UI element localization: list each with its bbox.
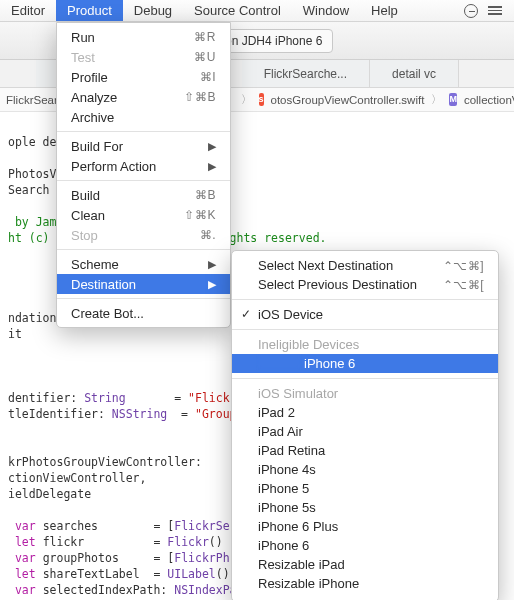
code-type: String <box>84 391 126 405</box>
code-line: ctionViewController, <box>8 471 146 485</box>
product-menu-test: Test⌘U <box>57 47 230 67</box>
code-kw: let <box>15 535 36 549</box>
code-type: FlickrPh <box>174 551 229 565</box>
product-menu-destination[interactable]: Destination▶ <box>57 274 230 294</box>
menu-extras-icon <box>488 6 502 15</box>
code-line: searches = [ <box>36 519 174 533</box>
tab-1[interactable]: FlickrSearche... <box>242 60 370 87</box>
swift-file-icon: s <box>259 93 264 106</box>
destination-resizable-iphone[interactable]: Resizable iPhone <box>232 574 498 593</box>
code-kw: var <box>15 583 36 597</box>
code-line: shareTextLabel = <box>36 567 168 581</box>
product-menu-build-for[interactable]: Build For▶ <box>57 136 230 156</box>
breadcrumb-sep: 〉 <box>238 92 255 107</box>
menu-debug[interactable]: Debug <box>123 0 183 21</box>
destination-heading: iOS Simulator <box>232 384 498 403</box>
code-line: selectedIndexPath: <box>36 583 174 597</box>
product-menu-clean[interactable]: Clean⇧⌘K <box>57 205 230 225</box>
menu-window[interactable]: Window <box>292 0 360 21</box>
product-menu-run[interactable]: Run⌘R <box>57 27 230 47</box>
destination-iphone-6[interactable]: iPhone 6 <box>232 354 498 373</box>
code-type: FlickrSe <box>174 519 229 533</box>
destination-ios-device[interactable]: ✓iOS Device <box>232 305 498 324</box>
code-line: flickr = <box>36 535 168 549</box>
code-str: "Flick <box>188 391 230 405</box>
code-kw: let <box>15 567 36 581</box>
destination-select-previous-destination[interactable]: Select Previous Destination⌃⌥⌘[ <box>232 275 498 294</box>
code-line: dentifier: <box>8 391 84 405</box>
destination-iphone-5[interactable]: iPhone 5 <box>232 479 498 498</box>
menu-editor[interactable]: Editor <box>0 0 56 21</box>
menu-product[interactable]: Product <box>56 0 123 21</box>
breadcrumb-sep2: 〉 <box>428 92 445 107</box>
product-menu-analyze[interactable]: Analyze⇧⌘B <box>57 87 230 107</box>
destination-ipad-air[interactable]: iPad Air <box>232 422 498 441</box>
breadcrumb-symbol: collectionView(_:vie <box>464 94 514 106</box>
menu-source-control[interactable]: Source Control <box>183 0 292 21</box>
destination-resizable-ipad[interactable]: Resizable iPad <box>232 555 498 574</box>
code-line: () <box>216 567 230 581</box>
code-line: it <box>8 327 22 341</box>
breadcrumb-file: otosGroupViewController.swift <box>271 94 425 106</box>
product-menu-build[interactable]: Build⌘B <box>57 185 230 205</box>
sync-icon <box>464 4 478 18</box>
destination-heading: Ineligible Devices <box>232 335 498 354</box>
scheme-destination[interactable]: on JDH4 iPhone 6 <box>214 29 333 53</box>
product-menu-profile[interactable]: Profile⌘I <box>57 67 230 87</box>
product-menu-create-bot-[interactable]: Create Bot... <box>57 303 230 323</box>
menubar: Editor Product Debug Source Control Wind… <box>0 0 514 22</box>
code-line: tleIdentifier: <box>8 407 112 421</box>
destination-submenu: Select Next Destination⌃⌥⌘]Select Previo… <box>231 250 499 600</box>
destination-select-next-destination[interactable]: Select Next Destination⌃⌥⌘] <box>232 256 498 275</box>
code-type: NSString <box>112 407 167 421</box>
method-icon: M <box>449 93 457 106</box>
code-type: Flickr <box>167 535 209 549</box>
destination-iphone-6[interactable]: iPhone 6 <box>232 536 498 555</box>
code-kw: var <box>15 519 36 533</box>
product-menu-scheme[interactable]: Scheme▶ <box>57 254 230 274</box>
code-kw: var <box>15 551 36 565</box>
product-menu: Run⌘RTest⌘UProfile⌘IAnalyze⇧⌘BArchiveBui… <box>56 22 231 328</box>
code-line: ieldDelegate <box>8 487 91 501</box>
redacted-device-name <box>258 356 300 368</box>
code-type: UILabel <box>167 567 215 581</box>
destination-ipad-retina[interactable]: iPad Retina <box>232 441 498 460</box>
menubar-status-icons <box>464 4 502 18</box>
breadcrumb-project: FlickrSearc <box>6 94 64 106</box>
tab-2[interactable]: detail vc <box>370 60 459 87</box>
code-line: groupPhotos = [ <box>36 551 174 565</box>
destination-iphone-5s[interactable]: iPhone 5s <box>232 498 498 517</box>
check-icon: ✓ <box>241 307 251 321</box>
destination-ipad-2[interactable]: iPad 2 <box>232 403 498 422</box>
menu-help[interactable]: Help <box>360 0 409 21</box>
product-menu-archive[interactable]: Archive <box>57 107 230 127</box>
code-line: krPhotosGroupViewController: <box>8 455 202 469</box>
code-line: ndation <box>8 311 56 325</box>
product-menu-perform-action[interactable]: Perform Action▶ <box>57 156 230 176</box>
destination-iphone-6-plus[interactable]: iPhone 6 Plus <box>232 517 498 536</box>
product-menu-stop: Stop⌘. <box>57 225 230 245</box>
code-line: Search <box>8 183 50 197</box>
destination-iphone-4s[interactable]: iPhone 4s <box>232 460 498 479</box>
code-line: () <box>209 535 223 549</box>
code-line: ghts reserved. <box>230 231 327 245</box>
